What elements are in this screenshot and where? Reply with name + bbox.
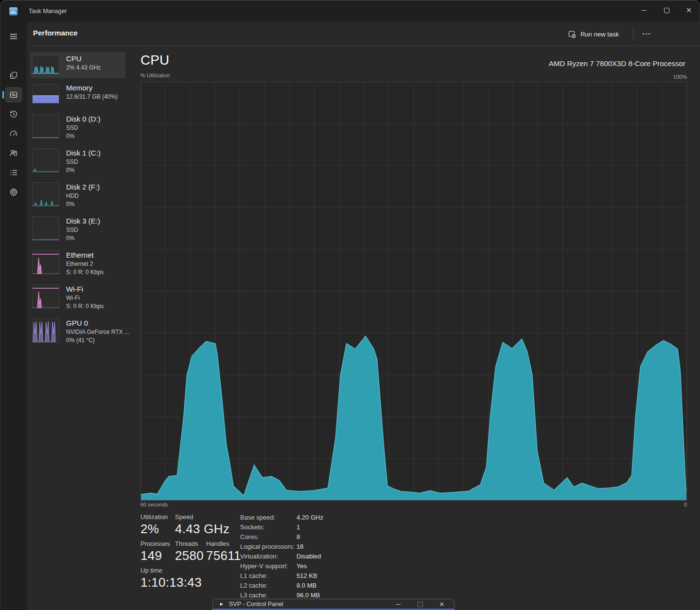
sidebar	[0, 22, 27, 610]
perf-list-item-disk1[interactable]: Disk 1 (C:) SSD 0%	[30, 146, 125, 180]
perf-item-title: CPU	[66, 54, 101, 64]
processor-name: AMD Ryzen 7 7800X3D 8-Core Processor	[549, 59, 685, 68]
spec-row: Sockets:1	[240, 523, 444, 531]
perf-list-item-memory[interactable]: Memory 12.6/31.7 GB (40%)	[30, 81, 125, 108]
history-clock-icon	[9, 110, 18, 119]
titlebar[interactable]: Task Manager ✕	[0, 0, 700, 22]
spec-row: Base speed:4.20 GHz	[240, 514, 444, 522]
perf-item-title: GPU 0	[66, 318, 129, 328]
cpu-utilization-chart	[140, 82, 687, 501]
perf-item-title: Disk 0 (D:)	[66, 114, 101, 124]
disk0-mini-graph	[32, 114, 59, 139]
perf-item-title: Disk 3 (E:)	[66, 216, 100, 226]
window-title: Task Manager	[29, 8, 67, 15]
spec-row: L2 cache:8.0 MB	[240, 582, 444, 590]
uptime-value: 1:10:13:43	[140, 575, 202, 590]
minimize-icon	[642, 10, 647, 11]
spec-row: Logical processors:16	[240, 543, 444, 551]
perf-item-sub: 0% (41 °C)	[66, 336, 129, 345]
perf-list-item-disk0[interactable]: Disk 0 (D:) SSD 0%	[30, 112, 125, 146]
header-divider	[27, 46, 700, 46]
perf-item-sub: 0%	[66, 166, 101, 174]
perf-item-sub: HDD	[66, 192, 100, 200]
handles-label: Handles	[206, 540, 229, 547]
perf-item-sub: NVIDIA GeForce RTX ...	[66, 328, 129, 336]
threads-label: Threads	[175, 540, 198, 547]
services-cog-icon	[9, 188, 18, 196]
perf-list-item-cpu[interactable]: CPU 2% 4.43 GHz	[30, 52, 125, 78]
task-manager-window: Task Manager ✕	[0, 0, 700, 610]
sidebar-item-performance[interactable]	[5, 87, 22, 103]
sidebar-item-startup-apps[interactable]	[5, 126, 22, 141]
y-axis-label: % Utilization	[140, 72, 170, 78]
processes-value: 149	[140, 548, 162, 563]
users-icon	[9, 149, 18, 157]
perf-item-sub: S: 0 R: 0 Kbps	[66, 268, 104, 277]
perf-item-sub: SSD	[66, 226, 100, 234]
run-new-task-icon	[568, 30, 576, 38]
sidebar-item-details[interactable]	[5, 165, 22, 180]
close-button[interactable]: ✕	[678, 0, 700, 20]
task-manager-app-icon	[9, 7, 18, 16]
utilization-value: 2%	[140, 522, 159, 537]
list-icon	[9, 168, 18, 177]
y-max-label: 100%	[627, 74, 687, 80]
detail-title: CPU	[140, 52, 169, 68]
threads-value: 2580	[175, 548, 204, 563]
perf-item-sub: Wi-Fi	[66, 294, 104, 302]
header-separator	[633, 28, 633, 40]
perf-list-item-wifi[interactable]: Wi-Fi Wi-Fi S: 0 R: 0 Kbps	[30, 282, 125, 316]
perf-item-sub: 12.6/31.7 GB (40%)	[66, 93, 118, 101]
utilization-label: Utilization	[140, 513, 168, 521]
perf-item-title: Ethernet	[66, 250, 104, 260]
svp-maximize-button[interactable]	[410, 599, 430, 610]
more-options-button[interactable]: •••	[639, 27, 655, 41]
maximize-icon	[664, 8, 669, 13]
perf-item-title: Disk 2 (F:)	[66, 182, 100, 192]
run-new-task-button[interactable]: Run new task	[563, 27, 624, 41]
perf-item-sub: SSD	[66, 124, 101, 132]
speed-label: Speed	[175, 513, 193, 521]
uptime-label: Up time	[140, 567, 162, 574]
menu-button[interactable]	[5, 29, 22, 44]
spec-row: Hyper-V support:Yes	[240, 562, 444, 570]
sidebar-item-app-history[interactable]	[5, 106, 22, 122]
disk1-mini-graph	[32, 148, 59, 173]
perf-list-item-disk2[interactable]: Disk 2 (F:) HDD 0%	[30, 180, 125, 214]
perf-item-sub: 0%	[66, 132, 101, 140]
sidebar-item-services[interactable]	[5, 184, 22, 200]
minimize-button[interactable]	[633, 0, 655, 20]
x-right-label: 0	[627, 502, 687, 507]
spec-row: L1 cache:512 KB	[240, 572, 444, 580]
perf-item-sub: 0%	[66, 234, 100, 243]
hamburger-icon	[9, 32, 18, 41]
close-icon: ✕	[439, 601, 445, 608]
sidebar-item-processes[interactable]	[5, 68, 22, 83]
x-left-label: 60 seconds	[140, 502, 168, 507]
svp-window-title: SVP - Control Panel	[229, 601, 283, 608]
perf-item-title: Memory	[66, 83, 118, 93]
perf-list-item-gpu[interactable]: GPU 0 NVIDIA GeForce RTX ... 0% (41 °C)	[30, 316, 125, 348]
perf-list-item-disk3[interactable]: Disk 3 (E:) SSD 0%	[30, 214, 125, 248]
svp-minimize-button[interactable]	[388, 599, 408, 610]
speedometer-icon	[9, 129, 18, 138]
ellipsis-icon: •••	[643, 32, 651, 36]
perf-item-sub: S: 0 R: 0 Kbps	[66, 302, 104, 311]
ethernet-mini-graph	[32, 250, 59, 275]
wifi-mini-graph	[32, 284, 59, 309]
perf-list-item-ethernet[interactable]: Ethernet Ethernet 2 S: 0 R: 0 Kbps	[30, 248, 125, 282]
cpu-mini-graph	[32, 55, 59, 74]
processes-label: Processes	[140, 540, 170, 547]
svp-app-icon	[218, 601, 225, 608]
speed-value: 4.43 GHz	[175, 522, 229, 537]
maximize-button[interactable]	[655, 0, 678, 20]
spec-row: Cores:8	[240, 533, 444, 541]
processes-icon	[9, 71, 18, 80]
disk3-mini-graph	[32, 216, 59, 241]
perf-item-sub: Ethernet 2	[66, 260, 104, 268]
selected-accent-bar	[2, 91, 4, 99]
perf-item-title: Wi-Fi	[66, 284, 104, 294]
sidebar-item-users[interactable]	[5, 145, 22, 161]
spec-row: Virtualization:Disabled	[240, 553, 444, 560]
svp-close-button[interactable]: ✕	[432, 599, 452, 610]
